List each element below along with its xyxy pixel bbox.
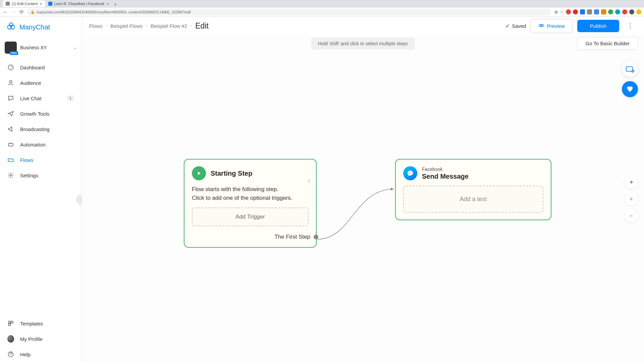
sidebar-item-label: Settings [20, 173, 38, 178]
account-selector[interactable]: PRO Business XY ⌄ [0, 38, 82, 60]
reload-button[interactable]: ⟳ [19, 9, 24, 15]
zoom-out-button[interactable]: − [625, 209, 638, 223]
ext-icon[interactable] [622, 9, 627, 14]
connector-line [315, 182, 397, 243]
sidebar-item-label: Templates [20, 321, 43, 326]
svg-rect-8 [11, 321, 13, 323]
browser-address-bar: ← → ⟳ 🔒 manychat.com/fb181039443240830/c… [0, 7, 644, 17]
breadcrumb: Flows › Beispiel Flows › Beispiel Flow #… [89, 21, 209, 31]
breadcrumb-item[interactable]: Beispiel Flow #2 [151, 23, 187, 29]
help-icon [7, 351, 14, 358]
ext-icon[interactable] [594, 9, 599, 14]
svg-point-11 [541, 24, 542, 26]
publish-label: Publish [590, 23, 606, 29]
ext-icon[interactable] [636, 9, 641, 14]
account-avatar: PRO [5, 42, 17, 54]
ext-icon[interactable] [601, 9, 606, 14]
chevron-right-icon: › [106, 23, 107, 28]
broadcast-icon [7, 126, 14, 132]
flow-canvas[interactable]: Hold 'shift' and click to select multipl… [82, 35, 644, 362]
zoom-in-button[interactable]: + [625, 192, 638, 206]
add-text-button[interactable]: Add a text [403, 186, 543, 213]
node-title: Starting Step [211, 170, 252, 177]
forward-button[interactable]: → [11, 9, 16, 15]
ext-icon[interactable] [615, 9, 620, 14]
saved-indicator: ✓ Saved [505, 23, 526, 29]
automation-icon [7, 141, 14, 148]
sidebar-item-label: Help [20, 352, 31, 357]
back-button[interactable]: ← [3, 9, 8, 15]
sidebar-item-help[interactable]: Help [0, 347, 82, 362]
page-header: Flows › Beispiel Flows › Beispiel Flow #… [82, 17, 644, 35]
browser-tab-bar: (1) Edit Content × Leon R. Chaudhari | F… [0, 0, 644, 7]
node-body-line: Click to add one of the optional trigger… [192, 194, 309, 202]
star-icon[interactable]: ☆ [560, 9, 564, 14]
ext-icon[interactable] [587, 9, 592, 14]
play-icon [192, 166, 206, 180]
url-text: manychat.com/fb181039443240830/cms/files… [37, 10, 191, 14]
breadcrumb-item[interactable]: Beispiel Flows [110, 23, 143, 29]
shift-hint: Hold 'shift' and click to select multipl… [311, 38, 415, 50]
magic-button[interactable]: ✦ [625, 176, 638, 189]
sidebar-item-livechat[interactable]: Live Chat 1 [0, 90, 82, 106]
sidebar-item-automation[interactable]: Automation [0, 137, 82, 152]
sidebar-item-settings[interactable]: Settings [0, 168, 82, 183]
avatar-icon[interactable] [629, 9, 634, 14]
svg-rect-5 [8, 143, 13, 146]
preview-button[interactable]: Preview [531, 19, 572, 33]
chevron-right-icon: › [146, 23, 147, 28]
chat-icon [7, 95, 14, 102]
sidebar-item-label: Dashboard [20, 65, 45, 70]
badge-count: 1 [67, 96, 74, 101]
user-icon [7, 79, 14, 86]
profile-avatar [7, 336, 14, 342]
node-send-message[interactable]: Facebook Send Message Add a text [395, 159, 551, 220]
svg-rect-9 [8, 324, 10, 326]
gear-icon [7, 172, 14, 179]
close-icon[interactable]: × [40, 2, 42, 6]
sidebar-item-label: Growth Tools [20, 111, 49, 117]
sidebar-item-label: Live Chat [20, 96, 41, 101]
translate-icon[interactable]: ⊞ [554, 10, 558, 14]
folder-icon [7, 157, 14, 163]
sidebar-item-flows[interactable]: Flows [0, 152, 82, 168]
messenger-icon [403, 166, 417, 180]
add-step-button[interactable] [622, 61, 638, 77]
grip-icon[interactable]: ⠿ [307, 179, 311, 184]
logo-text: ManyChat [19, 23, 50, 31]
connector-output-dot[interactable] [314, 235, 318, 239]
logo[interactable]: ManyChat [0, 19, 82, 38]
sidebar-item-broadcasting[interactable]: Broadcasting [0, 121, 82, 137]
basic-builder-button[interactable]: Go To Basic Builder [577, 37, 638, 50]
chevron-right-icon: › [191, 23, 192, 28]
svg-point-4 [10, 80, 12, 83]
add-trigger-button[interactable]: Add Trigger [192, 207, 309, 226]
ext-icon[interactable] [573, 9, 578, 14]
tab-title: Leon R. Chaudhari | Facebook [54, 2, 105, 6]
sidebar-item-label: Flows [20, 157, 33, 163]
sidebar-item-dashboard[interactable]: Dashboard [0, 60, 82, 75]
sidebar-item-label: Broadcasting [20, 126, 50, 132]
sidebar-item-profile[interactable]: My Profile [0, 331, 82, 347]
manychat-logo-icon [6, 22, 16, 32]
eye-icon [538, 22, 544, 29]
ext-icon[interactable] [580, 9, 585, 14]
breadcrumb-item[interactable]: Flows [89, 23, 102, 29]
sidebar: ManyChat PRO Business XY ⌄ Dashboard Aud… [0, 17, 82, 362]
more-menu-button[interactable]: ⋮ [624, 20, 637, 32]
new-tab-button[interactable]: + [112, 2, 119, 7]
publish-button[interactable]: Publish [577, 20, 619, 32]
node-starting-step[interactable]: Starting Step ⠿ Flow starts with the fol… [184, 159, 317, 248]
sidebar-item-growth[interactable]: Growth Tools [0, 106, 82, 121]
sidebar-item-templates[interactable]: Templates [0, 316, 82, 331]
browser-tab-active[interactable]: (1) Edit Content × [3, 0, 45, 7]
sidebar-item-audience[interactable]: Audience [0, 75, 82, 90]
close-icon[interactable]: × [106, 2, 109, 6]
url-input[interactable]: 🔒 manychat.com/fb181039443240830/cms/fil… [27, 9, 551, 15]
ext-icon[interactable] [608, 9, 613, 14]
node-title: Send Message [422, 173, 469, 180]
send-icon [7, 110, 14, 117]
heart-button[interactable] [622, 81, 638, 97]
ext-icon[interactable] [566, 9, 571, 14]
browser-tab[interactable]: Leon R. Chaudhari | Facebook × [45, 0, 112, 7]
